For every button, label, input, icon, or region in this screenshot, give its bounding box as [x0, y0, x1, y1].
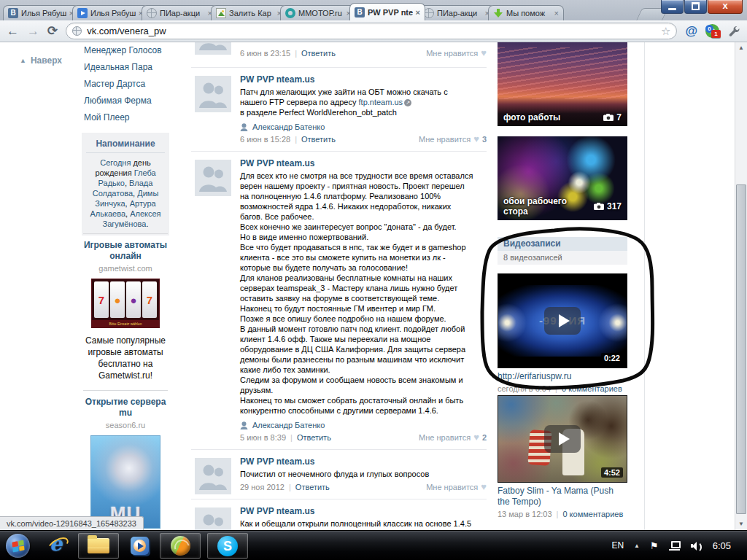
browser-tab[interactable]: ПИар-акци × [142, 5, 217, 20]
video-item: -99…ИЯ 0:22 http://erifariuspw.ru сегодн… [498, 273, 627, 393]
reply-link[interactable]: Ответить [301, 135, 336, 144]
wrench-menu-icon[interactable] [727, 25, 740, 38]
browser-tab[interactable]: Илья Рябуш × [72, 5, 148, 20]
network-icon[interactable] [669, 541, 681, 551]
ad-domain: season6.ru [80, 421, 171, 429]
tab-favicon-icon [493, 8, 503, 18]
post-author-link[interactable]: PW PVP nteam.us [240, 158, 487, 168]
minimize-button[interactable] [661, 0, 684, 14]
post-inline-link[interactable]: ftp.nteam.us [359, 98, 403, 106]
taskbar-button[interactable] [78, 533, 119, 559]
mail-agent-extension-icon[interactable]: @ [685, 24, 697, 39]
photo-album-work[interactable]: фото работы 7 [498, 42, 627, 126]
taskbar-button[interactable] [160, 533, 201, 559]
mu-online-image[interactable]: MU [90, 435, 160, 529]
taskbar-button[interactable] [125, 533, 153, 559]
like-control[interactable]: Мне нравится ♥ [426, 49, 487, 58]
video-thumbnail[interactable]: -99…ИЯ 0:22 [498, 273, 627, 368]
up-arrow-icon: ▲ [20, 57, 26, 64]
post-author-link[interactable]: PW PVP nteam.us [240, 74, 487, 85]
extension-ring-icon[interactable]: 0 1 [705, 24, 719, 38]
sidebar-menu-item[interactable]: Идеальная Пара [84, 63, 162, 71]
scroll-to-top-link[interactable]: ▲ Наверх [20, 55, 62, 66]
start-button[interactable] [6, 534, 30, 558]
sidebar-menu-item[interactable]: Любимая Ферма [84, 96, 162, 105]
group-silhouette-icon [195, 42, 231, 55]
browser-tab[interactable]: ПИар-акци × [419, 5, 495, 20]
taskbar-app-icon [88, 538, 109, 553]
videos-section-header[interactable]: Видеозаписи [498, 237, 627, 251]
reply-link[interactable]: Ответить [301, 49, 336, 58]
video-thumbnail[interactable]: 4:52 [498, 395, 627, 483]
photo-album-wallpapers[interactable]: обои рабочего стора 317 [498, 136, 627, 220]
like-control[interactable]: Мне нравится ♥ [426, 483, 487, 491]
browser-tab[interactable]: Мы помож × [488, 5, 564, 20]
wall-post: ↗ 6 июн в 23:15 | Ответить Мне нравится … [191, 42, 487, 67]
ad-mu-server[interactable]: Открытие сервера mu season6.ru MU [80, 397, 171, 529]
clock[interactable]: 6:05 [713, 540, 731, 551]
forward-button[interactable]: → [27, 25, 39, 37]
play-button-icon[interactable] [544, 307, 581, 335]
sidebar-menu-item[interactable]: Менеджер Голосов [84, 46, 162, 55]
group-avatar[interactable] [195, 76, 231, 112]
close-button[interactable] [708, 0, 743, 14]
tab-favicon-icon [285, 8, 295, 18]
reply-link[interactable]: Ответить [295, 483, 330, 491]
reply-link[interactable]: Ответить [297, 433, 331, 442]
speaker-icon[interactable] [691, 541, 703, 551]
meta-separator: | [289, 483, 291, 491]
reminder-segment[interactable]: Сегодня [100, 158, 131, 167]
post-signature: Александр Батенко [240, 421, 487, 429]
browser-tab[interactable]: PW PVP nte × [349, 3, 425, 20]
taskbar-button[interactable] [44, 533, 71, 559]
video-comments-link[interactable]: 0 комментариев [562, 510, 623, 518]
ad-title-link[interactable]: Игровые автоматы онлайн [80, 240, 171, 262]
reload-button[interactable]: ⟳ [47, 25, 58, 37]
scrollbar-down-arrow[interactable] [735, 518, 747, 530]
tab-close-icon[interactable]: × [416, 9, 420, 16]
album-photo-count: 7 [616, 112, 622, 122]
signature-author-link[interactable]: Александр Батенко [252, 122, 325, 131]
video-comments-link[interactable]: 0 комментариев [562, 384, 622, 393]
action-center-flag-icon[interactable]: ⚑ [650, 541, 659, 551]
bookmark-star-icon[interactable]: ☆ [661, 26, 670, 36]
browser-tab[interactable]: Залить Кар × [211, 5, 287, 20]
browser-tab[interactable]: Илья Рябуш × [3, 5, 79, 20]
video-title-link[interactable]: http://erifariuspw.ru [498, 371, 627, 382]
browser-scrollbar[interactable] [735, 42, 747, 530]
post-meta-row: 5 июн в 8:39 | Ответить Мне нравится ♥ 2 [240, 433, 487, 442]
post-text: Для всех кто не смотря на все трудности … [240, 171, 487, 416]
meta-separator: | [295, 49, 297, 58]
group-avatar[interactable] [195, 508, 231, 530]
maximize-button[interactable] [684, 0, 707, 14]
ad-title-link[interactable]: Открытие сервера mu [80, 397, 171, 419]
show-hidden-icons-button[interactable]: ▲ [634, 542, 640, 549]
heart-icon: ♥ [473, 136, 479, 143]
scrollbar-up-arrow[interactable] [735, 42, 747, 54]
video-title-link[interactable]: Fatboy Slim - Ya Mama (Push the Tempo) [498, 486, 627, 508]
like-control[interactable]: Мне нравится ♥ 2 [419, 433, 487, 442]
taskbar-button[interactable] [207, 533, 248, 559]
meta-separator: | [290, 433, 293, 442]
reel-symbol: ● [110, 281, 125, 318]
group-avatar[interactable] [195, 42, 231, 55]
browser-tab[interactable]: ММОТОР.ru × [280, 5, 356, 20]
scrollbar-thumb[interactable] [736, 184, 746, 514]
post-author-link[interactable]: PW PVP nteam.us [240, 456, 487, 467]
url-text[interactable]: vk.com/venera_pw [87, 26, 656, 36]
language-indicator[interactable]: EN [611, 540, 624, 551]
ad-gametwist[interactable]: Игровые автоматы онлайн gametwist.com 7 … [80, 240, 171, 381]
play-button-icon[interactable] [544, 425, 581, 453]
sidebar-menu-item[interactable]: Мастер Дартса [84, 79, 162, 88]
tab-close-icon[interactable]: × [554, 9, 559, 17]
post-author-link[interactable]: PW PVP nteam.us [240, 506, 487, 516]
like-control[interactable]: Мне нравится ♥ 3 [419, 135, 487, 144]
group-avatar[interactable] [195, 458, 231, 494]
signature-author-link[interactable]: Александр Батенко [252, 421, 325, 429]
back-button[interactable]: ← [7, 25, 19, 37]
slot-machine-image[interactable]: 7 ● ● 7 Bitte Einsatz wählen [91, 279, 160, 328]
sidebar-menu-item[interactable]: Мой Плеер [84, 113, 162, 122]
address-bar[interactable]: vk.com/venera_pw ☆ [66, 23, 677, 39]
group-avatar[interactable] [195, 160, 231, 196]
reminder-segment[interactable]: . [146, 219, 148, 228]
